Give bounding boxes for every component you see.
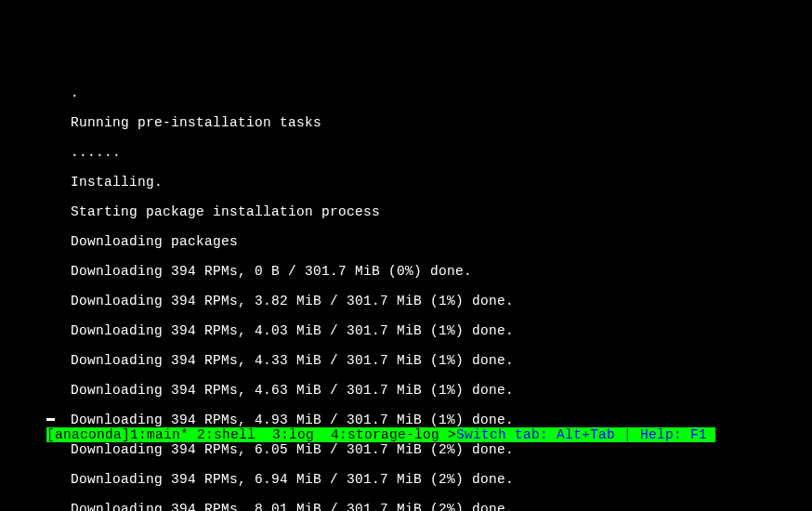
status-help: Switch tab: Alt+Tab | Help: F1 [456,427,715,442]
output-line: Running pre-installation tasks [71,115,812,130]
output-line: Downloading 394 RPMs, 0 B / 301.7 MiB (0… [71,264,812,279]
output-line: Downloading 394 RPMs, 4.03 MiB / 301.7 M… [71,323,812,338]
output-line: Installing. [71,175,812,190]
output-line: Downloading 394 RPMs, 4.33 MiB / 301.7 M… [71,353,812,368]
status-tabs[interactable]: [anaconda]1:main* 2:shell 3:log 4:storag… [46,427,456,442]
output-line: Downloading 394 RPMs, 8.01 MiB / 301.7 M… [71,502,812,511]
output-line: Downloading 394 RPMs, 4.63 MiB / 301.7 M… [71,383,812,398]
output-line: . [71,85,812,100]
output-line: Downloading 394 RPMs, 6.05 MiB / 301.7 M… [71,442,812,457]
output-line: Downloading 394 RPMs, 6.94 MiB / 301.7 M… [71,472,812,487]
tmux-status-bar[interactable]: [anaconda]1:main* 2:shell 3:log 4:storag… [46,427,715,442]
terminal-cursor [46,418,55,421]
output-line: Downloading 394 RPMs, 3.82 MiB / 301.7 M… [71,294,812,308]
output-line: Downloading 394 RPMs, 4.93 MiB / 301.7 M… [71,413,812,427]
output-line: Starting package installation process [71,204,812,219]
output-line: ...... [71,145,812,160]
output-line: Downloading packages [71,234,812,249]
